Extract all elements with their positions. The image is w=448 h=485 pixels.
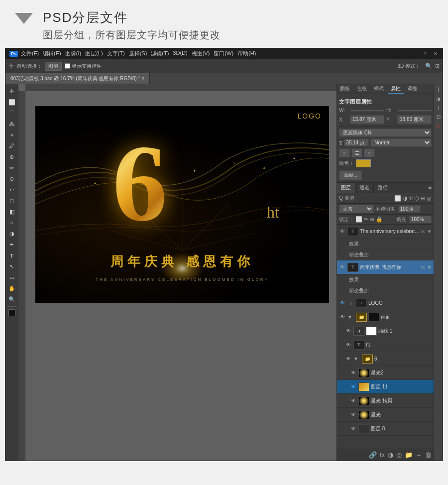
tab-styles[interactable]: 样式 [371,84,387,94]
blend-mode-select[interactable]: Normal [370,138,432,147]
maximize-button[interactable]: □ [423,51,429,57]
minimize-button[interactable]: ─ [413,51,419,57]
search-icon[interactable]: 🔍 [425,63,432,69]
layer-item-logo[interactable]: 👁 T T LOGO [337,296,434,310]
edge-icon-4[interactable]: ⊡ [435,113,442,120]
layer-expand-anniversary[interactable]: ▼ [427,229,432,234]
lock-transparent-icon[interactable]: ⬜ [355,216,362,223]
fill-input[interactable] [409,216,432,223]
layer-eye-stars2[interactable]: 👁 [350,369,357,376]
layer-adj-icon[interactable]: ◎ [396,451,402,459]
layer-eye-ht[interactable]: 👁 [345,342,352,349]
clone-tool[interactable]: ⊙ [7,174,17,184]
move-tool[interactable]: ✛ [7,86,17,96]
layer-sub-effect1[interactable]: 效果 [337,239,434,249]
color-swatch[interactable] [356,159,371,167]
heal-tool[interactable]: ⊕ [7,152,17,162]
menu-edit[interactable]: 编辑(E) [43,50,61,57]
layer-eye-curve1[interactable]: 👁 [345,328,352,335]
transform-checkbox[interactable] [65,63,70,69]
channels-tab[interactable]: 通道 [355,183,374,193]
layer-expand-cn-title[interactable]: ▼ [427,265,432,270]
edge-icon-2[interactable]: ◑ [435,95,442,102]
layer-eye-stars-copy[interactable]: 👁 [350,397,357,404]
layer-item-curve1[interactable]: 👁 ◑ 曲线 1 [337,324,434,338]
layer-sub-effect2[interactable]: 效果 [337,274,434,285]
hand-tool[interactable]: ✋ [7,283,17,293]
layers-tab[interactable]: 图层 [337,183,355,193]
layer-item-6[interactable]: 👁 ▼ 📁 6 [337,352,434,366]
menu-view[interactable]: 视图(V) [192,50,210,57]
layer-eye-6[interactable]: 👁 [345,356,352,363]
layer-eye-logo[interactable]: 👁 [339,300,346,307]
advanced-button[interactable]: 高级... [339,170,362,180]
font-family-select[interactable]: 思源黑体 CN [339,128,432,137]
layer-item-layer11[interactable]: 👁 图层 11 [337,380,434,394]
menu-window[interactable]: 窗口(W) [214,50,233,57]
layer-select[interactable]: 图层 [45,62,62,71]
filter-adjust-icon[interactable]: ◑ [403,195,408,202]
gradient-tool[interactable]: ◧ [7,207,17,217]
menu-select[interactable]: 选择(S) [129,50,147,57]
lasso-tool[interactable]: ⌒ [7,108,17,118]
font-size-input[interactable] [344,139,369,146]
eraser-tool[interactable]: ◻ [7,196,17,206]
menu-3d[interactable]: 3D(D) [173,50,187,57]
close-button[interactable]: ✕ [433,51,439,57]
align-right-btn[interactable]: ≡ [364,148,375,157]
tab-color-board[interactable]: 颜板 [337,84,353,94]
menu-help[interactable]: 帮助(H) [237,50,256,57]
layer-style-icon[interactable]: fx [380,451,385,459]
tab-adjustments[interactable]: 调整 [405,84,421,94]
layer-link-icon[interactable]: 🔗 [369,451,377,459]
edge-icon-5[interactable]: ⬡ [435,122,442,129]
layer-sub-gradient2[interactable]: 渐变叠加 [337,285,434,296]
layer-eye-layer8[interactable]: 👁 [350,425,357,432]
filter-shape-icon[interactable]: ⬡ [414,195,419,202]
layer-eye-layer11[interactable]: 👁 [350,383,357,390]
lock-image-icon[interactable]: ✏ [364,216,368,223]
tab-properties[interactable]: 属性 [388,84,404,94]
filter-text-icon[interactable]: T [409,195,413,202]
edge-icon-1[interactable]: T [435,86,442,93]
layer-eye-anniversary[interactable]: 👁 [339,228,346,235]
menu-image[interactable]: 图像(I) [65,50,81,57]
layer-folder-icon[interactable]: 📁 [405,451,413,459]
layers-menu-icon[interactable]: ≡ [426,183,434,193]
dodge-tool[interactable]: ◑ [7,229,17,239]
blur-tool[interactable]: ○ [7,218,17,228]
layer-delete-icon[interactable]: 🗑 [425,451,432,459]
layer-add-icon[interactable]: ＋ [416,451,422,460]
layer-eye-huamian[interactable]: 👁 [339,314,346,321]
tab-swatches[interactable]: 色板 [354,84,370,94]
layer-eye-cn-title[interactable]: 👁 [339,264,346,271]
layer-item-anniversary-text[interactable]: 👁 T The anniversary celebration b... fx … [337,225,434,239]
paths-tab[interactable]: 路径 [374,183,392,193]
layer-item-stars[interactable]: 👁 星光 [337,408,434,422]
menu-filter[interactable]: 滤镜(T) [151,50,169,57]
layer-item-huamian[interactable]: 👁 ▼ 📁 画面 [337,310,434,324]
brush-tool[interactable]: ✏ [7,163,17,173]
menu-layer[interactable]: 图层(L) [85,50,103,57]
filter-pixel-icon[interactable]: ⬜ [394,195,401,202]
shape-tool[interactable]: ▭ [7,272,17,282]
layer-eye-stars[interactable]: 👁 [350,411,357,418]
opacity-input[interactable] [398,205,421,213]
edge-icon-3[interactable]: i [435,104,442,111]
panels-icon[interactable]: ⊞ [435,63,440,69]
align-left-btn[interactable]: ≡ [339,148,350,157]
crop-tool[interactable]: ⌗ [7,130,17,140]
filter-smart-icon[interactable]: ⊕ [421,195,425,202]
layer-sub-gradient1[interactable]: 渐变叠加 [337,249,434,260]
path-select[interactable]: ↖ [7,261,17,271]
wand-tool[interactable]: ⁂ [7,119,17,129]
filter-toggle[interactable]: ◎ [427,195,432,202]
align-center-btn[interactable]: ☰ [351,148,362,157]
layer-mask-icon[interactable]: ◑ [388,451,393,459]
zoom-tool[interactable]: 🔍 [7,294,17,304]
color-foreground[interactable] [8,309,15,316]
layer-item-cn-title[interactable]: 👁 T 周年庆典 感恩有你 fx ▼ [337,260,434,274]
layer-item-stars2[interactable]: 👁 星光2 [337,366,434,380]
pen-tool[interactable]: ✒ [7,240,17,249]
lock-position-icon[interactable]: ⊕ [370,216,374,223]
